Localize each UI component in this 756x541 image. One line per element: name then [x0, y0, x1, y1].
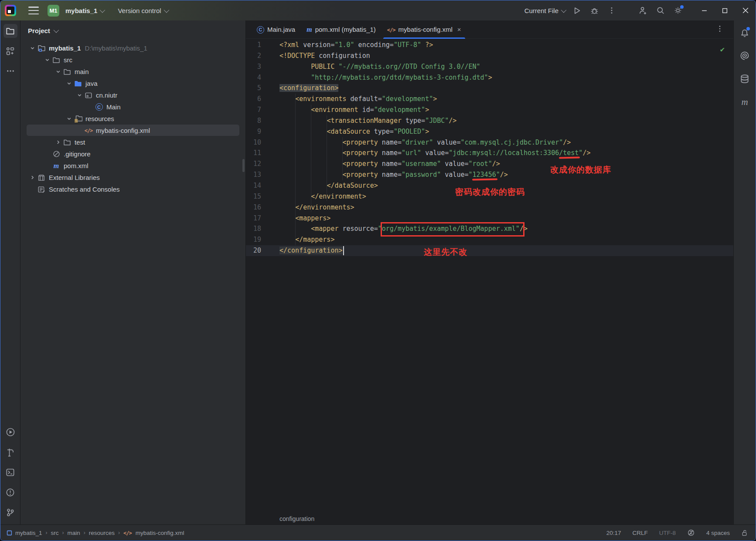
breadcrumb[interactable]: configuration	[246, 513, 733, 524]
chevron-right-icon[interactable]	[27, 173, 37, 183]
code-line-15[interactable]: 15 </environment>	[246, 191, 733, 202]
ai-assistant-icon[interactable]	[738, 49, 752, 63]
tree-item-java[interactable]: java	[20, 78, 245, 89]
code-line-6[interactable]: 6 <environments default="development">	[246, 94, 733, 105]
tree-item-.gitignore[interactable]: .gitignore	[20, 148, 245, 160]
tree-item-mybatis_1[interactable]: mybatis_1D:\mybatis\mybatis_1	[20, 42, 245, 54]
tree-item-cn.niutr[interactable]: cn.niutr	[20, 89, 245, 101]
code-line-20[interactable]: 20</configuration>	[246, 245, 733, 256]
project-icon	[7, 530, 12, 536]
chevron-spacer	[85, 102, 95, 112]
version-control-menu[interactable]: Version control	[116, 4, 169, 17]
indent-style[interactable]: 4 spaces	[706, 530, 730, 536]
highlighting-level-icon[interactable]	[687, 529, 695, 537]
code-line-12[interactable]: 12 <property name="username" value="root…	[246, 159, 733, 169]
line-separator[interactable]: CRLF	[632, 530, 647, 536]
tree-item-mybatis-config.xml[interactable]: </>mybatis-config.xml	[20, 125, 245, 136]
more-tool-windows-icon[interactable]	[3, 64, 17, 78]
run-configuration-selector[interactable]: Current File	[523, 4, 567, 17]
status-path-segment[interactable]: main	[68, 530, 80, 536]
code-line-18[interactable]: 18 <mapper resource="org/mybatis/example…	[246, 223, 733, 234]
status-path-segment[interactable]: mybatis_1	[15, 530, 42, 536]
status-breadcrumbs[interactable]: mybatis_1›src›main›resources›</>mybatis-…	[7, 530, 184, 536]
code-line-1[interactable]: 1<?xml version="1.0" encoding="UTF-8" ?>	[246, 40, 733, 51]
tree-item-main[interactable]: CMain	[20, 101, 245, 113]
code-line-3[interactable]: 3 PUBLIC "-//mybatis.org//DTD Config 3.0…	[246, 61, 733, 72]
maximize-button[interactable]	[715, 1, 735, 20]
tree-item-src[interactable]: src	[20, 54, 245, 66]
code-line-4[interactable]: 4 "http://mybatis.org/dtd/mybatis-3-conf…	[246, 72, 733, 83]
caret-position[interactable]: 20:17	[606, 530, 621, 536]
code-line-5[interactable]: 5<configuration>	[246, 83, 733, 94]
tree-item-externallibraries[interactable]: External Libraries	[20, 172, 245, 183]
maven-icon[interactable]: m	[738, 95, 752, 109]
code-text: PUBLIC "-//mybatis.org//DTD Config 3.0//…	[261, 61, 480, 72]
structure-tool-window-icon[interactable]	[3, 44, 17, 58]
close-tab-icon[interactable]: ×	[457, 26, 461, 33]
database-icon[interactable]	[738, 72, 752, 86]
tree-item-scratchesandconsoles[interactable]: Scratches and Consoles	[20, 183, 245, 195]
terminal-tool-window-icon[interactable]	[3, 465, 17, 479]
code-line-13[interactable]: 13 <property name="password" value="1234…	[246, 169, 733, 180]
chevron-down-icon[interactable]	[53, 67, 63, 77]
editor-tab-bar: CMain.javampom.xml (mybatis_1)</>mybatis…	[246, 20, 733, 39]
tree-item-main[interactable]: main	[20, 66, 245, 78]
project-name-menu[interactable]: mybatis_1	[64, 4, 106, 17]
code-line-8[interactable]: 8 <transactionManager type="JDBC"/>	[246, 115, 733, 126]
code-line-14[interactable]: 14 </dataSource>	[246, 180, 733, 191]
main-menu-icon[interactable]	[28, 7, 39, 14]
chevron-down-icon[interactable]	[42, 55, 52, 65]
run-tool-window-icon[interactable]	[3, 425, 17, 439]
scrollbar-thumb[interactable]	[242, 159, 245, 172]
file-encoding[interactable]: UTF-8	[659, 530, 676, 536]
code-with-me-button[interactable]	[636, 4, 650, 17]
code-line-16[interactable]: 16 </environments>	[246, 202, 733, 213]
chevron-right-icon[interactable]	[53, 138, 63, 147]
lock-icon[interactable]	[741, 529, 749, 537]
status-path-segment[interactable]: resources	[89, 530, 115, 536]
project-avatar[interactable]: M1	[48, 5, 59, 17]
close-button[interactable]	[735, 1, 756, 20]
inspections-ok-icon[interactable]: ✔	[720, 45, 725, 54]
code-editor[interactable]: 1<?xml version="1.0" encoding="UTF-8" ?>…	[246, 39, 733, 513]
more-actions-button[interactable]	[604, 4, 619, 17]
project-tool-window-icon[interactable]	[3, 24, 17, 38]
editor-tab-pom.xml[interactable]: mpom.xml (mybatis_1)	[301, 20, 381, 38]
editor-tab-mybatis-config.xml[interactable]: </>mybatis-config.xml×	[381, 20, 467, 38]
build-tool-window-icon[interactable]	[3, 445, 17, 459]
tree-item-test[interactable]: test	[20, 136, 245, 148]
run-button[interactable]	[569, 4, 584, 17]
code-line-17[interactable]: 17 <mappers>	[246, 213, 733, 224]
search-everywhere-button[interactable]	[653, 4, 668, 17]
project-panel-header[interactable]: Project	[20, 20, 245, 41]
code-text: <property name="url" value="jdbc:mysql:/…	[261, 148, 590, 159]
settings-button[interactable]	[671, 4, 685, 17]
minimize-button[interactable]	[694, 1, 715, 20]
code-line-10[interactable]: 10 <property name="driver" value="com.my…	[246, 137, 733, 148]
tree-item-pom.xml[interactable]: mpom.xml	[20, 160, 245, 172]
code-line-9[interactable]: 9 <dataSource type="POOLED">	[246, 126, 733, 137]
code-line-2[interactable]: 2<!DOCTYPE configuration	[246, 51, 733, 61]
line-number: 8	[246, 115, 261, 126]
code-text: <environment id="development">	[261, 105, 429, 115]
debug-button[interactable]	[587, 4, 602, 17]
code-line-7[interactable]: 7 <environment id="development">	[246, 105, 733, 115]
tree-item-resources[interactable]: resources	[20, 113, 245, 125]
tab-label: Main.java	[267, 26, 295, 33]
code-line-19[interactable]: 19 </mappers>	[246, 234, 733, 245]
intention-bulb-icon[interactable]	[283, 236, 289, 244]
folder-icon	[52, 56, 61, 64]
status-path-segment[interactable]: mybatis-config.xml	[136, 530, 184, 536]
code-line-11[interactable]: 11 <property name="url" value="jdbc:mysq…	[246, 148, 733, 159]
tab-options-icon[interactable]	[716, 25, 724, 33]
chevron-down-icon[interactable]	[64, 79, 74, 88]
git-tool-window-icon[interactable]	[3, 505, 17, 519]
notifications-icon[interactable]	[738, 26, 752, 40]
status-path-segment[interactable]: src	[51, 530, 59, 536]
problems-tool-window-icon[interactable]	[3, 485, 17, 499]
breadcrumb-separator: ›	[84, 530, 85, 536]
editor-tab-main.java[interactable]: CMain.java	[251, 20, 301, 38]
chevron-down-icon[interactable]	[64, 114, 74, 124]
chevron-down-icon[interactable]	[75, 91, 84, 100]
chevron-down-icon[interactable]	[27, 44, 37, 53]
